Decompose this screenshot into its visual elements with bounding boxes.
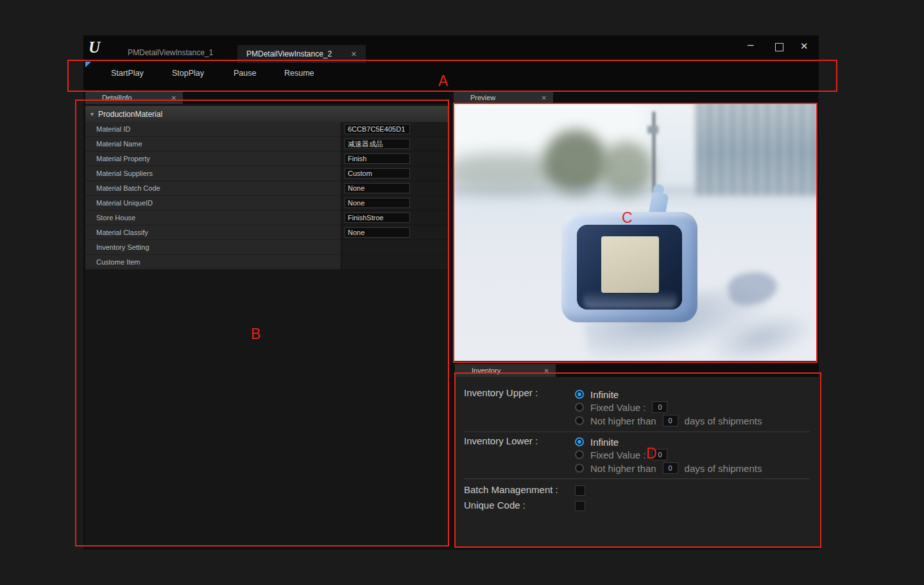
property-label: Store House (85, 211, 341, 225)
tab-inventory-label: Inventory (472, 367, 501, 374)
table-row: Material Suppliers Custom (85, 166, 449, 181)
close-window-icon[interactable]: ✕ (800, 40, 809, 52)
table-row: Material Batch Code None (85, 181, 449, 196)
option-label: Fixed Value : (590, 402, 646, 413)
preview-horizon-shade (454, 186, 817, 204)
table-row: Material Classify None (85, 225, 449, 240)
property-value-cell: 6CCB7C5E405D1 (341, 122, 449, 137)
property-value-cell: 减速器成品 (341, 137, 449, 152)
days-value-input[interactable]: 0 (663, 415, 678, 426)
fixed-value-input[interactable]: 0 (652, 449, 667, 460)
batch-management-checkbox[interactable] (575, 485, 585, 496)
unique-code-label: Unique Code : (464, 500, 526, 511)
material-classify-field[interactable]: None (345, 227, 410, 238)
radio-unselected-icon[interactable] (575, 464, 584, 473)
option-label: Infinite (590, 437, 619, 448)
tab-preview[interactable]: Preview ✕ (454, 91, 553, 104)
tab-preview-label: Preview (470, 94, 495, 101)
divider (464, 478, 810, 479)
unreal-logo-icon: U (89, 39, 100, 57)
object-floor-reflection (583, 290, 677, 308)
inventory-upper-infinite-option[interactable]: Infinite (575, 389, 619, 400)
toolbar-corner-triangle-icon (85, 62, 91, 67)
preview-pole (653, 112, 655, 193)
preview-sign (647, 126, 658, 134)
minimize-icon[interactable]: – (748, 39, 753, 51)
tab-detailinfo[interactable]: DetailInfo ✕ (85, 91, 183, 104)
inventory-panel: Inventory Upper : Infinite Fixed Value :… (455, 377, 819, 548)
option-label: Not higher than (590, 415, 656, 426)
inventory-lower-label: Inventory Lower : (464, 435, 538, 446)
radio-unselected-icon[interactable] (575, 416, 584, 425)
property-label: Material Property (85, 152, 341, 166)
material-uniqueid-field[interactable]: None (345, 198, 410, 208)
table-row: Material ID 6CCB7C5E405D1 (85, 122, 449, 137)
preview-viewport[interactable] (454, 104, 817, 361)
option-label: Not higher than (590, 463, 656, 474)
material-suppliers-field[interactable]: Custom (345, 168, 410, 179)
property-rows: Material ID 6CCB7C5E405D1 Material Name … (85, 122, 449, 270)
property-value-cell (341, 240, 449, 255)
preview-tree-blob (543, 130, 608, 194)
close-icon[interactable]: ✕ (542, 94, 547, 101)
option-label: Infinite (590, 389, 619, 400)
store-house-field[interactable]: FinishStroe (345, 213, 410, 223)
batch-management-label: Batch Managenment : (464, 484, 558, 495)
maximize-icon[interactable] (775, 43, 783, 51)
radio-unselected-icon[interactable] (575, 403, 584, 412)
table-row: Store House FinishStroe (85, 211, 449, 225)
close-icon[interactable]: ✕ (351, 50, 357, 58)
table-row: Custome Item (85, 255, 449, 270)
category-label: ProductionMaterial (98, 110, 162, 119)
window-tab-pmdetailviewinstance-1[interactable]: PMDetailViewInstance_1 (128, 48, 213, 57)
option-suffix: days of shipments (685, 415, 762, 426)
radio-selected-icon[interactable] (575, 390, 584, 399)
property-label: Material Name (85, 137, 341, 152)
property-label: Material Batch Code (85, 181, 341, 196)
startplay-button[interactable]: StartPlay (111, 69, 144, 78)
material-property-field[interactable]: Finish (345, 153, 410, 164)
fixed-value-input[interactable]: 0 (652, 401, 667, 413)
material-name-field[interactable]: 减速器成品 (345, 139, 410, 149)
tab-inventory[interactable]: Inventory ✕ (455, 364, 556, 377)
material-batch-code-field[interactable]: None (345, 183, 410, 193)
table-row: Inventory Setting (85, 240, 449, 255)
property-label: Material ID (85, 122, 341, 137)
divider (464, 432, 810, 432)
stopplay-button[interactable]: StopPlay (172, 69, 204, 78)
screenshot-stage: U PMDetailViewInstance_1 PMDetailViewIns… (0, 0, 924, 585)
inventory-upper-fixed-value-option[interactable]: Fixed Value : 0 (575, 401, 667, 413)
inventory-lower-fixed-value-option[interactable]: Fixed Value : 0 (575, 449, 667, 460)
material-id-field[interactable]: 6CCB7C5E405D1 (345, 124, 410, 134)
close-icon[interactable]: ✕ (171, 94, 176, 101)
preview-building (696, 104, 817, 195)
preview-3d-object (561, 208, 697, 322)
property-label: Material Suppliers (85, 166, 341, 181)
tab-detailinfo-label: DetailInfo (102, 94, 132, 101)
radio-unselected-icon[interactable] (575, 450, 584, 459)
property-value-cell (341, 255, 449, 270)
property-label: Material UniqueID (85, 196, 341, 211)
window-tab-pmdetailviewinstance-2[interactable]: PMDetailViewInstance_2 ✕ (237, 45, 366, 63)
window-tab-label: PMDetailViewInstance_2 (246, 49, 332, 58)
option-suffix: days of shipments (685, 463, 762, 474)
property-value-cell: None (341, 196, 449, 211)
resume-button[interactable]: Resume (284, 69, 314, 78)
inventory-lower-days-option[interactable]: Not higher than 0 days of shipments (575, 462, 762, 474)
property-value-cell: Custom (341, 166, 449, 181)
property-value-cell: FinishStroe (341, 211, 449, 225)
unique-code-checkbox[interactable] (575, 501, 585, 511)
property-label: Inventory Setting (85, 240, 341, 255)
inventory-upper-days-option[interactable]: Not higher than 0 days of shipments (575, 415, 762, 426)
property-value-cell: None (341, 225, 449, 240)
close-icon[interactable]: ✕ (544, 367, 549, 374)
days-value-input[interactable]: 0 (663, 462, 678, 474)
property-label: Custome Item (85, 255, 341, 270)
inventory-lower-infinite-option[interactable]: Infinite (575, 436, 619, 448)
pause-button[interactable]: Pause (234, 69, 256, 78)
radio-selected-icon[interactable] (575, 437, 584, 446)
category-productionmaterial[interactable]: ▾ ProductionMaterial (85, 106, 449, 122)
table-row: Material Name 减速器成品 (85, 137, 449, 152)
collapse-arrow-icon[interactable]: ▾ (90, 110, 94, 118)
inventory-upper-label: Inventory Upper : (464, 387, 538, 398)
